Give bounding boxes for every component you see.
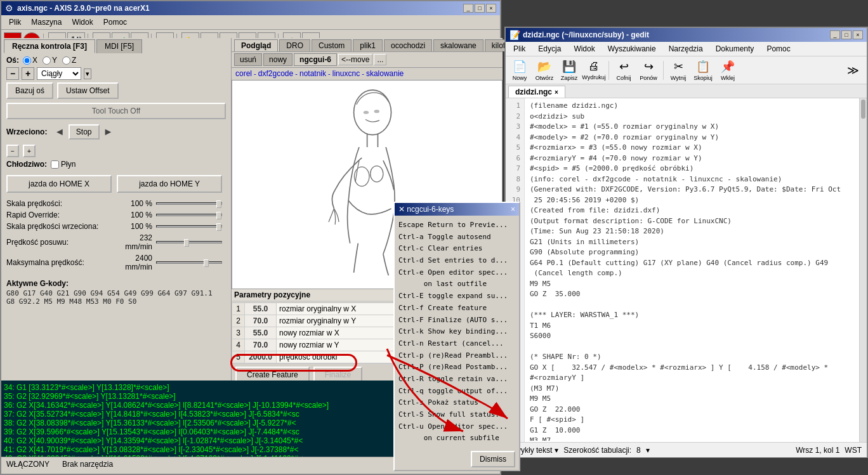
file-tab-usun[interactable]: usuń: [234, 53, 262, 66]
wrzeciono-label: Wrzeciono:: [6, 127, 51, 136]
tab-mdi[interactable]: MDI [F5]: [96, 39, 142, 53]
ustaw-offset-button[interactable]: Ustaw Offset: [57, 82, 118, 99]
slider-bar-2[interactable]: [156, 225, 222, 228]
breadcrumb-notatnik[interactable]: notatnik: [299, 69, 326, 78]
gedit-close-button[interactable]: ×: [853, 30, 863, 39]
move-left-button[interactable]: <--move: [338, 54, 372, 65]
svg-point-4: [371, 166, 383, 182]
radio-y[interactable]: Y: [43, 56, 57, 65]
minimize-button[interactable]: _: [463, 4, 473, 13]
gedit-menu-widok[interactable]: Widok: [569, 43, 600, 55]
gedit-redo-icon: ↪: [644, 60, 654, 74]
keys-dismiss-row: Dismiss: [395, 448, 519, 470]
view-tab-dro[interactable]: DRO: [279, 39, 310, 51]
keys-popup-close-button[interactable]: ×: [511, 205, 515, 214]
slider-bar-0[interactable]: [156, 202, 222, 205]
gedit-file-tab-name: dzidzi.ngc: [515, 88, 552, 96]
gedit-paste-icon: 📌: [721, 60, 735, 74]
gedit-minimize-button[interactable]: _: [830, 30, 840, 39]
gedit-tab-width-dropdown[interactable]: ▾: [646, 446, 650, 455]
svg-point-2: [374, 110, 379, 113]
gedit-text-content[interactable]: (filename dzidzi.ngc) o<dzidzi> sub #<mo…: [525, 98, 859, 441]
slider-bar-1[interactable]: [156, 214, 222, 216]
gedit-window-title: dzidzi.ngc (~/linuxcnc/suby) - gedit: [523, 30, 649, 39]
slider-bar-3[interactable]: [156, 241, 222, 244]
view-tab-ocochodzi[interactable]: ocochodzi: [384, 39, 432, 51]
gedit-menu-plik[interactable]: Plik: [508, 43, 530, 55]
radio-x[interactable]: X: [23, 56, 37, 65]
gedit-menu-edycja[interactable]: Edycja: [533, 43, 566, 55]
file-tab-ngcgui6[interactable]: ngcgui-6: [294, 53, 337, 66]
tab-manual-control[interactable]: Ręczna kontrola [F3]: [4, 39, 95, 53]
keys-content: Escape Return to Previe... Ctrl-a Toggle…: [395, 216, 519, 448]
slider-bar-4[interactable]: [156, 261, 222, 264]
increment-button[interactable]: +: [22, 67, 34, 80]
gedit-title-controls: _ □ ×: [830, 30, 863, 39]
gedit-cut-button[interactable]: ✂ Wytnij: [667, 59, 690, 82]
gedit-copy-button[interactable]: 📋 Skopiuj: [692, 59, 714, 82]
decrement-button[interactable]: −: [6, 67, 19, 80]
menu-maszyna[interactable]: Maszyna: [26, 16, 67, 28]
spindle-decrease-icon[interactable]: ◄: [55, 126, 65, 138]
gedit-cut-icon: ✂: [674, 60, 683, 74]
view-tab-custom[interactable]: Custom: [312, 39, 352, 51]
home-x-button[interactable]: jazda do HOME X: [6, 175, 112, 193]
gedit-file-tab-close-icon[interactable]: ×: [555, 89, 558, 96]
tool-touch-button[interactable]: Tool Touch Off: [6, 103, 226, 119]
keys-popup-title: ✕ ncgcui-6-keys ×: [395, 203, 519, 216]
gedit-file-tab-dzidzi[interactable]: dzidzi.ngc ×: [508, 86, 565, 98]
gedit-save-button[interactable]: 💾 Zapisz: [558, 59, 581, 82]
gedit-redo-button[interactable]: ↪ Ponów: [637, 59, 660, 82]
axis-title-bar: ⚙ axis.ngc - AXIS 2.9.0~pre0 na acerX1 _…: [1, 1, 500, 15]
spindle-inc-small-button[interactable]: +: [23, 145, 36, 157]
stop-button[interactable]: Stop: [69, 124, 100, 140]
view-tab-skalowane[interactable]: skalowane: [433, 39, 483, 51]
param-val-3: 55.0: [245, 327, 277, 339]
maximize-button[interactable]: □: [475, 4, 485, 13]
file-tabs-row: usuń nowy ngcgui-6 <--move ...: [232, 52, 503, 68]
spindle-increase-icon[interactable]: ►: [103, 126, 114, 138]
breadcrumb-corel[interactable]: corel: [235, 69, 252, 78]
gedit-menu-wyszukiwanie[interactable]: Wyszukiwanie: [603, 43, 661, 55]
view-tab-plik1[interactable]: plik1: [353, 39, 383, 51]
gedit-menu-dokumenty[interactable]: Dokumenty: [711, 43, 760, 55]
menu-widok[interactable]: Widok: [67, 16, 98, 28]
breadcrumb-dxf2gcode[interactable]: dxf2gcode: [258, 69, 293, 78]
gedit-print-button[interactable]: 🖨 Wydrukuj: [582, 59, 605, 82]
gedit-undo-button[interactable]: ↩ Cofnij: [612, 59, 635, 82]
increment-select[interactable]: Ciągły 0.001 0.01 0.1 1: [37, 67, 81, 80]
gedit-menu-pomoc[interactable]: Pomoc: [761, 43, 795, 55]
view-tab-podglad[interactable]: Podgląd: [234, 39, 278, 51]
plyn-checkbox[interactable]: Płyn: [51, 160, 76, 169]
gedit-new-button[interactable]: 📄 Nowy: [508, 59, 531, 82]
gedit-scrollbar[interactable]: [859, 98, 867, 442]
axis-window-controls: _ □ ×: [463, 4, 496, 13]
menu-pomoc[interactable]: Pomoc: [98, 16, 132, 28]
spindle-dec-small-button[interactable]: −: [6, 145, 19, 157]
gedit-paste-button[interactable]: 📌 Wklej: [716, 59, 739, 82]
breadcrumb-linuxcnc[interactable]: linuxcnc: [332, 69, 360, 78]
bazuj-button[interactable]: Bazuj oś: [6, 82, 53, 99]
gedit-text-type-dropdown[interactable]: ▾: [555, 446, 558, 455]
close-button[interactable]: ×: [486, 4, 496, 13]
home-y-button[interactable]: jazda do HOME Y: [117, 175, 222, 193]
gedit-open-icon: 📂: [537, 60, 551, 74]
param-num-2: 2: [232, 315, 245, 327]
more-button[interactable]: ...: [374, 54, 386, 65]
axis-menu-bar: Plik Maszyna Widok Pomoc: [1, 15, 500, 30]
menu-plik[interactable]: Plik: [4, 16, 26, 28]
dismiss-button[interactable]: Dismiss: [471, 451, 515, 467]
gedit-new-icon: 📄: [513, 60, 527, 74]
radio-z[interactable]: Z: [62, 56, 76, 65]
gedit-open-button[interactable]: 📂 Otwórz: [533, 59, 556, 82]
slider-value-0: 100 %: [121, 199, 152, 208]
param-num-3: 3: [232, 327, 245, 339]
gedit-menu-narzedzia[interactable]: Narzędzia: [664, 43, 708, 55]
breadcrumb-skalowanie[interactable]: skalowanie: [366, 69, 404, 78]
gedit-expand-button[interactable]: ≫: [841, 59, 864, 82]
gedit-maximize-button[interactable]: □: [841, 30, 852, 39]
axis-window: ⚙ axis.ngc - AXIS 2.9.0~pre0 na acerX1 _…: [0, 0, 501, 475]
increment-dropdown[interactable]: ▾: [84, 68, 91, 79]
param-val-4: 70.0: [245, 339, 277, 351]
file-tab-nowy[interactable]: nowy: [263, 53, 293, 66]
